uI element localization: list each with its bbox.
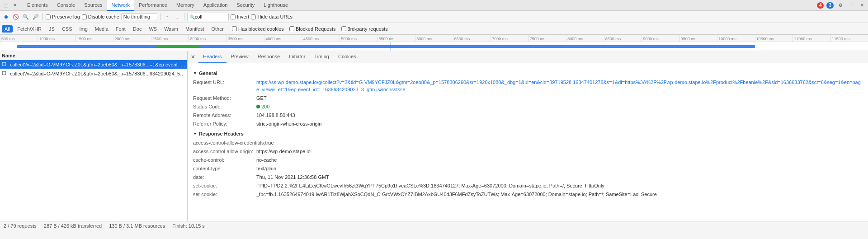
blocked-requests-label[interactable]: Blocked Requests [289, 26, 336, 32]
detail-tab-headers[interactable]: Headers [198, 51, 226, 63]
timeline-tick: 9500 ms [679, 35, 717, 42]
has-blocked-cookies-label[interactable]: Has blocked cookies [232, 26, 284, 32]
detail-panel-close[interactable]: ✕ [189, 53, 197, 61]
detail-tab-cookies[interactable]: Cookies [334, 51, 361, 63]
tab-memory[interactable]: Memory [172, 0, 199, 11]
waterfall-bar-2 [156, 46, 200, 48]
detail-tab-preview[interactable]: Preview [226, 51, 253, 63]
waterfall-bar-1 [17, 45, 755, 48]
timeline-ticks-bar: 500 ms1000 ms1500 ms2000 ms2500 ms3000 m… [0, 35, 868, 42]
close-devtools-icon[interactable]: ✕ [858, 1, 866, 9]
clear-button[interactable]: 🚫 [12, 13, 20, 21]
waterfall-area [0, 42, 868, 51]
filter-font[interactable]: Font [113, 25, 128, 33]
disable-cache-checkbox-label[interactable]: Disable cache [82, 14, 119, 19]
search-button[interactable]: 🔎 [32, 13, 40, 21]
timeline-tick: 11500 ms [830, 35, 868, 42]
invert-checkbox[interactable] [231, 14, 236, 19]
warning-badge: 3 [826, 2, 834, 9]
referrer-policy-key: Referrer Policy: [193, 120, 256, 127]
hide-data-urls-checkbox-label[interactable]: Hide data URLs [251, 14, 292, 19]
response-header-value: text/plain [256, 165, 863, 172]
third-party-requests-label[interactable]: 3rd-party requests [341, 26, 388, 32]
more-options-icon[interactable]: ⋮ [847, 1, 855, 9]
preserve-log-checkbox[interactable] [46, 14, 51, 19]
throttle-select[interactable]: No throttling [121, 13, 157, 20]
response-headers-section-header[interactable]: ▼ Response Headers [193, 131, 863, 136]
detail-tab-timing[interactable]: Timing [310, 51, 334, 63]
filter-all[interactable]: All [2, 25, 13, 33]
blocked-requests-checkbox[interactable] [289, 26, 294, 31]
request-row-1[interactable]: ☐ collect?v=2&tid=G-VM9YCFJZ0L&gtm=2oeb8… [0, 60, 187, 69]
preserve-log-label: Preserve log [52, 14, 80, 19]
name-column-label: Name [2, 53, 15, 58]
response-header-row: set-cookie: FPID=FPD2.2.%2FE4LiEejCKwGLw… [193, 182, 863, 189]
response-headers-arrow-icon: ▼ [193, 131, 197, 136]
general-section-header[interactable]: ▼ General [193, 70, 863, 76]
has-blocked-cookies-checkbox[interactable] [232, 26, 237, 31]
timeline-tick: 500 ms [0, 35, 38, 42]
record-button[interactable]: ⏺ [2, 13, 10, 21]
devtools-dock-icon[interactable]: ⬚ [2, 1, 10, 9]
tab-performance[interactable]: Performance [134, 0, 172, 11]
request-row-2[interactable]: ☐ collect?v=2&tid=G-VM9YCFJZ0L&gtm=2oeb8… [0, 69, 187, 78]
export-icon[interactable]: ↓ [173, 13, 181, 21]
devtools-close-icon[interactable]: ✕ [11, 1, 19, 9]
timeline-tick: 7000 ms [491, 35, 528, 42]
tab-application[interactable]: Application [199, 0, 232, 11]
request-1-name: collect?v=2&tid=G-VM9YCFJZ0L&gtm=2oeb80&… [10, 62, 185, 67]
finish-time: Finish: 10.15 s [172, 223, 205, 229]
search-input[interactable] [195, 14, 226, 19]
resources-size: 130 B / 3.1 MB resources [109, 223, 165, 229]
detail-tab-response[interactable]: Response [253, 51, 285, 63]
third-party-requests-checkbox[interactable] [341, 26, 346, 31]
response-header-value: true [265, 139, 863, 146]
filter-other[interactable]: Other [208, 25, 226, 33]
request-2-name: collect?v=2&tid=G-VM9YCFJZ0L&gtm=2oeb80&… [10, 71, 185, 76]
response-header-value: FPID=FPD2.2.%2FE4LiEejCKwGLwevIh56zt3WqY… [256, 182, 863, 189]
tab-sources[interactable]: Sources [80, 0, 107, 11]
import-icon[interactable]: ↑ [163, 13, 171, 21]
hide-data-urls-checkbox[interactable] [251, 14, 256, 19]
tab-network[interactable]: Network [107, 0, 134, 11]
request-url-value: https://ss.wp-demo.stape.io/g/collect?v=… [256, 79, 863, 93]
settings-icon[interactable]: ⚙ [836, 1, 844, 9]
timeline-tick: 1000 ms [38, 35, 75, 42]
filter-doc[interactable]: Doc [130, 25, 145, 33]
filter-js[interactable]: JS [46, 25, 57, 33]
filter-button[interactable]: 🔍 [22, 13, 30, 21]
tab-lighthouse[interactable]: Lighthouse [259, 0, 292, 11]
filter-media[interactable]: Media [92, 25, 111, 33]
separator-1 [42, 13, 43, 20]
preserve-log-checkbox-label[interactable]: Preserve log [46, 14, 80, 19]
filter-fetch-xhr[interactable]: Fetch/XHR [14, 25, 44, 33]
filter-wasm[interactable]: Wasm [161, 25, 181, 33]
column-header-name: Name [0, 51, 187, 60]
filter-css[interactable]: CSS [59, 25, 75, 33]
search-box[interactable]: 🔍 [187, 13, 229, 21]
tab-security[interactable]: Security [232, 0, 259, 11]
detail-tab-initiator[interactable]: Initiator [284, 51, 310, 63]
timeline-ticks: 500 ms1000 ms1500 ms2000 ms2500 ms3000 m… [0, 35, 868, 42]
hide-data-urls-label: Hide data URLs [257, 14, 292, 19]
error-badge: 4 [817, 2, 824, 9]
tab-elements[interactable]: Elements [23, 0, 52, 11]
timeline-tick: 1500 ms [75, 35, 113, 42]
timeline-tick: 8500 ms [604, 35, 642, 42]
filter-img[interactable]: Img [77, 25, 90, 33]
response-header-row: cache-control: no-cache [193, 156, 863, 164]
general-section-title: General [199, 70, 217, 76]
detail-tabs: ✕ Headers Preview Response Initiator Tim… [188, 51, 868, 63]
tab-console[interactable]: Console [52, 0, 80, 11]
invert-checkbox-label[interactable]: Invert [231, 14, 250, 19]
referrer-policy-row: Referrer Policy: strict-origin-when-cros… [193, 120, 863, 127]
filter-ws[interactable]: WS [146, 25, 160, 33]
tab-bar-right: 4 3 ⚙ ⋮ ✕ [817, 1, 866, 9]
response-headers-title: Response Headers [199, 131, 244, 136]
request-url-row: Request URL: https://ss.wp-demo.stape.io… [193, 79, 863, 93]
disable-cache-checkbox[interactable] [82, 14, 87, 19]
filter-bar: All Fetch/XHR JS CSS Img Media Font Doc … [0, 23, 868, 35]
separator-3 [184, 13, 184, 20]
filter-manifest[interactable]: Manifest [183, 25, 207, 33]
transferred-size: 287 B / 426 kB transferred [44, 223, 102, 229]
